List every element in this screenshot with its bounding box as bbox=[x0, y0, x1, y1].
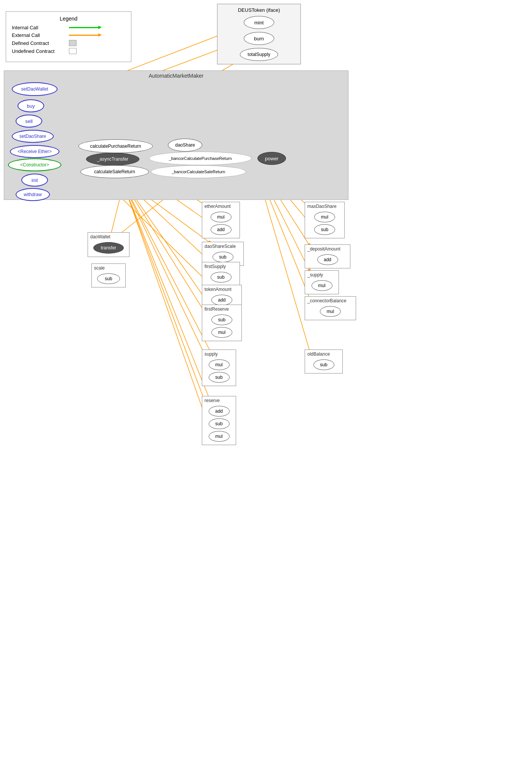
node-scale-sub: sub bbox=[97, 273, 120, 284]
var-box-depositAmount-title: _depositAmount bbox=[307, 246, 348, 252]
svg-line-24 bbox=[119, 172, 211, 419]
legend-defined-row: Defined Contract bbox=[12, 40, 125, 46]
var-box-firstReserve-nodes: sub mul bbox=[204, 313, 239, 339]
node-etherAmount-add: add bbox=[211, 224, 232, 235]
var-box-firstSupply: firstSupply sub bbox=[202, 262, 240, 286]
node-calculatePurchaseReturn: calculatePurchaseReturn bbox=[78, 139, 153, 153]
legend-defined-icon bbox=[69, 40, 77, 46]
var-box-tokenAmount-title: tokenAmount bbox=[204, 287, 239, 292]
var-box-firstReserve: firstReserve sub mul bbox=[202, 305, 242, 341]
node-calculateSaleReturn: calculateSaleReturn bbox=[80, 165, 149, 178]
deus-mint-node: mint bbox=[244, 16, 274, 29]
var-box-firstSupply-title: firstSupply bbox=[204, 264, 237, 269]
node-tokenAmount-add: add bbox=[211, 295, 232, 305]
deus-token-nodes: mint burn totalSupply bbox=[220, 16, 297, 61]
diagram-container: Legend Internal Call External Call Defin… bbox=[0, 0, 532, 771]
deus-totalsupply-node: totalSupply bbox=[240, 48, 278, 61]
var-box-daoWallet-nodes: transfer bbox=[90, 241, 127, 255]
var-box-supply: supply mul sub bbox=[202, 350, 236, 386]
var-box-connectorBalance: _connectorBalance mul bbox=[305, 296, 356, 320]
node-buy: buy bbox=[18, 99, 44, 112]
node-reserve-mul: mul bbox=[209, 431, 230, 442]
node-depositAmount-add: add bbox=[317, 254, 338, 265]
node-reserve-sub: sub bbox=[209, 418, 230, 429]
var-box-daoWallet: daoWallet transfer bbox=[88, 232, 129, 257]
node-connectorBalance-mul: mul bbox=[320, 306, 341, 317]
deus-burn-node: burn bbox=[244, 32, 274, 45]
node-init: init bbox=[21, 174, 48, 187]
node-maxDaoShare-sub: sub bbox=[314, 224, 335, 235]
node-receive-ether: <Receive Ether> bbox=[10, 145, 59, 158]
var-box-maxDaoShare-title: maxDaoShare bbox=[307, 204, 342, 209]
svg-line-25 bbox=[120, 173, 211, 434]
var-box-reserve: reserve add sub mul bbox=[202, 396, 236, 445]
node-setDaoShare: setDaoShare bbox=[12, 130, 54, 143]
var-box-depositAmount-nodes: add bbox=[307, 253, 348, 267]
node-etherAmount-mul: mul bbox=[211, 212, 232, 222]
var-box-maxDaoShare: maxDaoShare mul sub bbox=[305, 202, 345, 238]
var-box-oldBalance-title: oldBalance bbox=[307, 351, 340, 357]
var-box-daoWallet-title: daoWallet bbox=[90, 234, 127, 239]
node-supply2-mul: mul bbox=[312, 280, 332, 291]
deus-token-title: DEUSToken (iface) bbox=[220, 7, 297, 13]
node-daoWallet-transfer: transfer bbox=[93, 242, 124, 254]
node-bancorCalculateSaleReturn: _bancorCalculateSaleReturn bbox=[151, 165, 246, 178]
legend-undefined-icon bbox=[69, 48, 77, 54]
var-box-firstReserve-title: firstReserve bbox=[204, 306, 239, 312]
node-reserve-add: add bbox=[209, 406, 230, 417]
var-box-scale-nodes: sub bbox=[94, 272, 123, 286]
var-box-connectorBalance-nodes: mul bbox=[307, 305, 353, 318]
legend-internal-call-label: Internal Call bbox=[12, 25, 65, 30]
node-oldBalance-sub: sub bbox=[313, 359, 334, 370]
var-box-supply-title: supply bbox=[204, 351, 233, 357]
var-box-reserve-nodes: add sub mul bbox=[204, 404, 233, 443]
node-firstReserve-mul: mul bbox=[211, 327, 232, 338]
node-daoShare: daoShare bbox=[168, 139, 202, 152]
node-power: power bbox=[257, 152, 286, 165]
var-box-etherAmount-title: etherAmount bbox=[204, 204, 237, 209]
var-box-supply2: _supply mul bbox=[305, 270, 339, 294]
deus-token-box: DEUSToken (iface) mint burn totalSupply bbox=[217, 4, 301, 64]
var-box-etherAmount-nodes: mul add bbox=[204, 210, 237, 236]
node-asyncTransfer: _asyncTransfer bbox=[86, 153, 139, 166]
node-bancorCalculatePurchaseReturn: _bancorCalculatePurchaseReturn bbox=[149, 152, 252, 165]
var-box-supply2-title: _supply bbox=[307, 272, 336, 278]
legend-title: Legend bbox=[12, 16, 125, 22]
legend-undefined-row: Undefined Contract bbox=[12, 48, 125, 54]
node-supply-mul: mul bbox=[209, 359, 230, 370]
var-box-reserve-title: reserve bbox=[204, 398, 233, 403]
var-box-connectorBalance-title: _connectorBalance bbox=[307, 298, 353, 303]
var-box-firstSupply-nodes: sub bbox=[204, 270, 237, 284]
legend-box: Legend Internal Call External Call Defin… bbox=[6, 11, 131, 62]
svg-line-23 bbox=[118, 171, 211, 404]
var-box-supply2-nodes: mul bbox=[307, 279, 336, 292]
node-maxDaoShare-mul: mul bbox=[314, 212, 335, 222]
legend-undefined-label: Undefined Contract bbox=[12, 48, 65, 54]
node-setDaoWallet: setDaoWallet bbox=[12, 82, 58, 96]
var-box-scale-title: scale bbox=[94, 265, 123, 271]
legend-external-call-line bbox=[69, 35, 99, 36]
node-firstSupply-sub: sub bbox=[211, 272, 232, 283]
node-withdraw: withdraw bbox=[16, 188, 50, 201]
svg-line-22 bbox=[117, 170, 211, 369]
var-box-supply-nodes: mul sub bbox=[204, 358, 233, 384]
legend-defined-label: Defined Contract bbox=[12, 40, 65, 46]
var-box-maxDaoShare-nodes: mul sub bbox=[307, 210, 342, 236]
legend-external-call-row: External Call bbox=[12, 32, 125, 38]
node-constructor: <Constructor> bbox=[8, 158, 61, 171]
node-firstReserve-sub: sub bbox=[211, 314, 232, 325]
var-box-oldBalance: oldBalance sub bbox=[305, 350, 343, 374]
node-daoShareScale-sub: sub bbox=[212, 252, 233, 262]
legend-external-call-label: External Call bbox=[12, 32, 65, 38]
var-box-daoShareScale-title: daoShareScale bbox=[204, 244, 241, 249]
var-box-oldBalance-nodes: sub bbox=[307, 358, 340, 372]
amm-container: AutomaticMarketMaker setDaoWallet buy se… bbox=[4, 70, 348, 200]
legend-internal-call-row: Internal Call bbox=[12, 25, 125, 30]
node-sell: sell bbox=[16, 115, 42, 128]
var-box-etherAmount: etherAmount mul add bbox=[202, 202, 240, 238]
var-box-scale: scale sub bbox=[91, 263, 126, 287]
node-supply-sub: sub bbox=[209, 372, 230, 383]
var-box-depositAmount: _depositAmount add bbox=[305, 244, 350, 268]
amm-title: AutomaticMarketMaker bbox=[4, 71, 348, 79]
legend-internal-call-line bbox=[69, 27, 99, 28]
